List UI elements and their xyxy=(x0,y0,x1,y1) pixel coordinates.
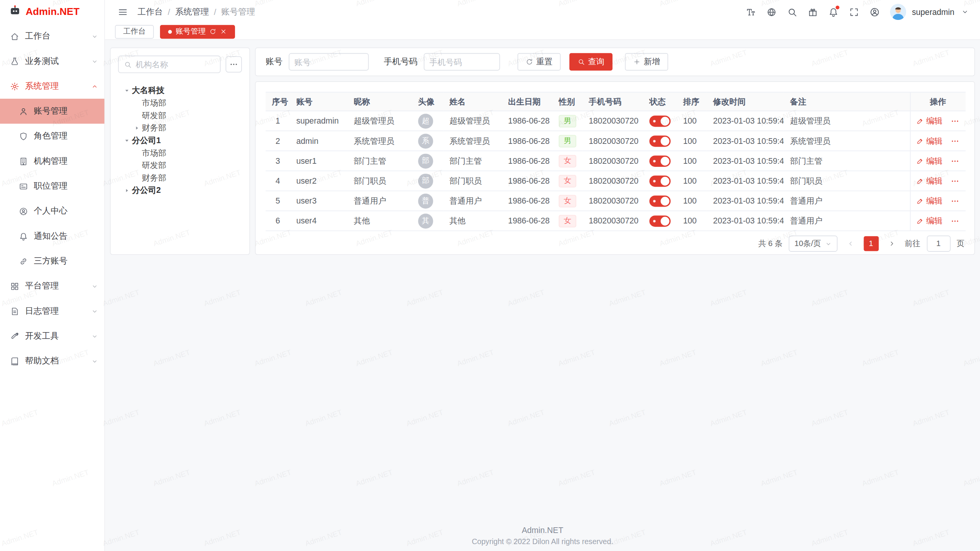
more-actions-icon[interactable] xyxy=(951,196,959,205)
sidebar-item-org-manage[interactable]: 机构管理 xyxy=(0,149,105,174)
bell-icon[interactable] xyxy=(826,4,841,19)
tree-node-branch2[interactable]: 分公司2 xyxy=(118,184,242,197)
search-icon[interactable] xyxy=(784,4,799,19)
avatar[interactable] xyxy=(890,4,906,20)
profile-icon[interactable] xyxy=(867,4,882,19)
cell-actions: 编辑 xyxy=(910,151,965,171)
org-search-input[interactable] xyxy=(136,60,215,69)
edit-button[interactable]: 编辑 xyxy=(916,195,942,206)
sidebar-item-platform-manage[interactable]: 平台管理 xyxy=(0,274,105,298)
status-toggle[interactable] xyxy=(649,135,671,146)
avatar: 普 xyxy=(418,193,433,208)
pagination: 共 6 条 10条/页 1 前往 页 xyxy=(266,231,964,255)
more-actions-icon[interactable] xyxy=(951,137,959,145)
caret-right-icon[interactable] xyxy=(133,124,142,132)
test-icon xyxy=(10,57,19,66)
sidebar-item-system-manage[interactable]: 系统管理 xyxy=(0,74,105,99)
column-header-status: 状态 xyxy=(643,92,677,111)
sidebar-item-workbench[interactable]: 工作台 xyxy=(0,24,105,49)
cell-birthdate: 1986-06-28 xyxy=(502,131,552,151)
logo[interactable]: Admin.NET xyxy=(0,0,105,24)
sidebar-item-post-manage[interactable]: 职位管理 xyxy=(0,174,105,199)
status-toggle[interactable] xyxy=(649,175,671,186)
more-actions-icon[interactable] xyxy=(951,156,959,165)
cell-index: 6 xyxy=(266,211,290,231)
sidebar-item-role-manage[interactable]: 角色管理 xyxy=(0,124,105,148)
cell-name: 其他 xyxy=(443,211,502,231)
tree-node-b1-finance[interactable]: 财务部 xyxy=(118,172,242,184)
gift-icon[interactable] xyxy=(805,4,820,19)
tree-node-hq-finance[interactable]: 财务部 xyxy=(118,122,242,134)
status-toggle[interactable] xyxy=(649,195,671,206)
cell-account: user1 xyxy=(290,151,348,171)
active-tab-dot xyxy=(168,30,172,34)
edit-button[interactable]: 编辑 xyxy=(916,135,942,146)
prev-page-button[interactable] xyxy=(843,237,857,251)
breadcrumb-separator: / xyxy=(168,7,170,16)
edit-button[interactable]: 编辑 xyxy=(916,115,942,126)
more-actions-icon[interactable] xyxy=(951,217,959,225)
status-toggle[interactable] xyxy=(649,215,671,226)
goto-page-input[interactable] xyxy=(926,236,950,252)
reset-button[interactable]: 重置 xyxy=(518,53,561,71)
tree-node-hq-market[interactable]: 市场部 xyxy=(118,97,242,109)
caret-down-icon[interactable] xyxy=(123,87,132,95)
tab-workbench[interactable]: 工作台 xyxy=(115,24,154,38)
collapse-menu-icon[interactable] xyxy=(115,4,130,19)
sidebar-item-business-test[interactable]: 业务测试 xyxy=(0,49,105,73)
column-header-modified: 修改时间 xyxy=(707,92,784,111)
breadcrumb-item[interactable]: 账号管理 xyxy=(221,6,255,17)
tree-node-b1-market[interactable]: 市场部 xyxy=(118,147,242,160)
fullscreen-icon[interactable] xyxy=(846,4,861,19)
tab-account-manage[interactable]: 账号管理 xyxy=(160,24,235,38)
cell-gender: 女 xyxy=(552,151,582,171)
cell-index: 2 xyxy=(266,131,290,151)
sidebar-item-log-manage[interactable]: 日志管理 xyxy=(0,298,105,323)
username[interactable]: superadmin xyxy=(912,7,954,16)
edit-button[interactable]: 编辑 xyxy=(916,155,942,166)
cell-gender: 女 xyxy=(552,191,582,211)
edit-button[interactable]: 编辑 xyxy=(916,215,942,226)
sidebar-item-dev-tools[interactable]: 开发工具 xyxy=(0,324,105,349)
page-number-1[interactable]: 1 xyxy=(864,236,879,251)
add-button[interactable]: 新增 xyxy=(625,53,668,71)
org-search-field xyxy=(118,55,221,73)
cell-status xyxy=(643,211,677,231)
edit-button[interactable]: 编辑 xyxy=(916,175,942,186)
phone-input[interactable] xyxy=(430,57,495,66)
tree-node-daming-tech[interactable]: 大名科技 xyxy=(118,84,242,97)
cell-modified: 2023-01-03 10:59:44 xyxy=(707,151,784,171)
tools-icon xyxy=(10,331,19,341)
breadcrumb-item[interactable]: 系统管理 xyxy=(175,6,209,17)
tree-node-b1-rd[interactable]: 研发部 xyxy=(118,159,242,172)
breadcrumb-item[interactable]: 工作台 xyxy=(137,6,163,17)
tab-refresh-icon[interactable] xyxy=(209,28,216,35)
cell-order: 100 xyxy=(677,191,707,211)
sidebar-item-label: 个人中心 xyxy=(34,205,98,217)
sidebar-item-personal-center[interactable]: 个人中心 xyxy=(0,199,105,223)
user-chevron-down-icon[interactable] xyxy=(960,4,970,19)
query-button[interactable]: 查询 xyxy=(569,53,612,71)
next-page-button[interactable] xyxy=(885,237,898,251)
tree-node-hq-rd[interactable]: 研发部 xyxy=(118,109,242,122)
sidebar-item-notice[interactable]: 通知公告 xyxy=(0,223,105,248)
globe-icon[interactable] xyxy=(764,4,779,19)
more-actions-icon[interactable] xyxy=(951,176,959,185)
caret-down-icon[interactable] xyxy=(123,137,132,145)
status-toggle[interactable] xyxy=(649,155,671,166)
tree-node-branch1[interactable]: 分公司1 xyxy=(118,134,242,147)
account-input[interactable] xyxy=(294,57,363,66)
caret-right-icon[interactable] xyxy=(123,187,132,194)
font-size-icon[interactable] xyxy=(743,4,758,19)
org-more-button[interactable] xyxy=(225,56,242,72)
logo-icon xyxy=(9,4,21,19)
tab-close-icon[interactable] xyxy=(220,28,227,35)
more-actions-icon[interactable] xyxy=(951,116,959,125)
accounts-table: 序号账号昵称头像姓名出生日期性别手机号码状态排序修改时间备注操作 1supera… xyxy=(266,92,966,231)
sidebar-item-third-account[interactable]: 三方账号 xyxy=(0,249,105,274)
page-size-select[interactable]: 10条/页 xyxy=(789,236,837,252)
sidebar-item-help-docs[interactable]: 帮助文档 xyxy=(0,349,105,373)
cell-phone: 18020030720 xyxy=(583,191,643,211)
status-toggle[interactable] xyxy=(649,115,671,126)
sidebar-item-account-manage[interactable]: 账号管理 xyxy=(0,99,105,124)
